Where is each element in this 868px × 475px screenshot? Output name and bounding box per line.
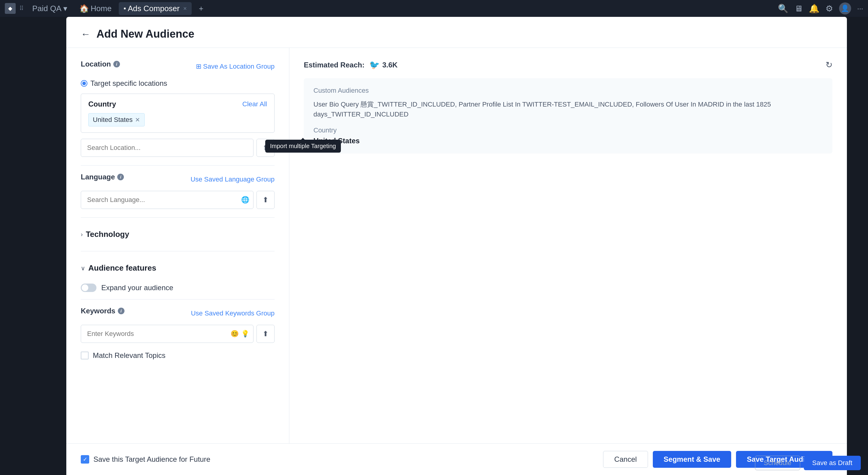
language-info-icon[interactable]: i <box>117 174 124 180</box>
keywords-label-wrapper: Keywords i <box>81 307 124 315</box>
topbar-nav-plus[interactable]: + <box>194 2 208 15</box>
avatar[interactable]: 👤 <box>839 2 851 14</box>
use-saved-keywords-link[interactable]: Use Saved Keywords Group <box>191 309 275 317</box>
dropdown-icon: ▾ <box>63 4 67 13</box>
cancel-button[interactable]: Cancel <box>603 451 648 468</box>
location-header: Location i ⊞ Save As Location Group <box>81 60 275 73</box>
topbar-right: 🔍 🖥 🔔 ⚙ 👤 ··· <box>778 2 863 14</box>
overflow-dots[interactable]: ··· <box>857 4 863 13</box>
save-future-checkbox[interactable]: ✓ <box>81 455 89 464</box>
home-icon: 🏠 <box>79 4 89 13</box>
tab-close-icon[interactable]: × <box>183 5 187 12</box>
estimated-reach-label: Estimated Reach: <box>304 61 364 69</box>
modal-header: ← Add New Audience <box>66 17 847 48</box>
modal-body: Location i ⊞ Save As Location Group Targ… <box>66 48 847 443</box>
language-header: Language i Use Saved Language Group <box>81 173 275 186</box>
expand-audience-row: Expand your audience <box>81 283 275 292</box>
country-summary-label: Country <box>313 127 823 134</box>
globe-icon: 🌐 <box>241 196 249 204</box>
use-saved-language-text: Use Saved Language Group <box>190 175 275 183</box>
settings-icon[interactable]: ⚙ <box>826 4 833 13</box>
technology-chevron: › <box>81 231 83 238</box>
save-future-label: Save this Target Audience for Future <box>93 455 210 464</box>
refresh-icon[interactable]: ↻ <box>826 60 832 70</box>
expand-audience-toggle[interactable] <box>81 283 96 292</box>
country-tag-remove[interactable]: ✕ <box>135 116 140 124</box>
clear-all-button[interactable]: Clear All <box>242 100 267 108</box>
location-section: Location i ⊞ Save As Location Group Targ… <box>81 60 275 157</box>
country-tag-us: United States ✕ <box>88 113 145 127</box>
save-location-group-link[interactable]: ⊞ Save As Location Group <box>196 63 275 70</box>
match-topics-checkbox[interactable] <box>81 351 89 360</box>
save-draft-button[interactable]: Save as Draft <box>804 456 861 470</box>
bell-icon[interactable]: 🔔 <box>809 4 819 13</box>
country-summary-value: United States <box>313 137 823 145</box>
toggle-knob <box>82 284 88 291</box>
home-label: Home <box>91 4 112 13</box>
keywords-header: Keywords i Use Saved Keywords Group <box>81 307 275 320</box>
target-specific-radio[interactable]: Target specific locations <box>81 79 275 88</box>
topbar-nav-paid-qa[interactable]: Paid QA ▾ <box>27 2 72 15</box>
use-saved-language-link[interactable]: Use Saved Language Group <box>190 175 275 183</box>
footer-left: ✓ Save this Target Audience for Future <box>81 455 210 464</box>
language-label-wrapper: Language i <box>81 173 124 181</box>
language-input-wrapper: 🌐 <box>81 191 253 209</box>
checkbox-check-icon: ✓ <box>83 456 87 463</box>
topbar-logo[interactable]: ◆ <box>5 3 16 14</box>
topbar-nav-home[interactable]: 🏠 Home <box>74 2 116 15</box>
upload-icon: ⬆ <box>262 196 269 204</box>
twitter-reach: 🐦 3.6K <box>369 60 398 70</box>
monitor-icon[interactable]: 🖥 <box>795 4 803 13</box>
technology-title: Technology <box>86 230 129 239</box>
location-search-row: ⬆ <box>81 139 275 157</box>
divider-4 <box>81 299 275 300</box>
language-label: Language <box>81 173 115 181</box>
plus-icon: + <box>199 4 204 13</box>
tooltip-text: Import multiple Targeting <box>270 143 336 149</box>
audience-features-title: Audience features <box>88 263 156 273</box>
paid-qa-label: Paid QA <box>32 4 61 13</box>
keywords-input-row: 😊 💡 ⬆ <box>81 325 275 343</box>
custom-audiences-text: User Bio Query 懸賞_TWITTER_ID_INCLUDED, P… <box>313 99 823 119</box>
topbar-nav-ads-composer[interactable]: ▪ Ads Composer × <box>119 2 191 15</box>
keywords-info-icon[interactable]: i <box>118 308 124 314</box>
save-link-text: Save As Location Group <box>203 63 275 70</box>
audience-summary: Custom Audiences User Bio Query 懸賞_TWITT… <box>304 78 832 154</box>
location-search-input[interactable] <box>81 139 253 157</box>
expand-audience-label: Expand your audience <box>101 283 173 292</box>
reach-value: 3.6K <box>382 61 398 69</box>
keywords-upload-button[interactable]: ⬆ <box>256 325 275 343</box>
keywords-input[interactable] <box>81 325 253 343</box>
keywords-input-wrapper: 😊 💡 <box>81 325 253 343</box>
modal-title: Add New Audience <box>96 28 194 40</box>
back-button[interactable]: ← <box>81 29 90 39</box>
country-box: Country Clear All United States ✕ <box>81 94 275 133</box>
save-link-icon: ⊞ <box>196 63 201 70</box>
country-box-title: Country <box>88 100 116 108</box>
topbar-drag-handle[interactable]: ⠿ <box>19 5 24 12</box>
radio-label: Target specific locations <box>90 79 167 88</box>
search-icon[interactable]: 🔍 <box>778 4 788 13</box>
custom-audiences-title: Custom Audiences <box>313 87 823 95</box>
technology-collapsible[interactable]: › Technology <box>81 225 275 244</box>
segment-save-button[interactable]: Segment & Save <box>653 451 731 468</box>
location-info-icon[interactable]: i <box>113 61 120 67</box>
topbar-nav: Paid QA ▾ 🏠 Home ▪ Ads Composer × + <box>27 2 208 15</box>
schedule-button[interactable]: Schedule <box>755 456 800 470</box>
audience-features-chevron: ∨ <box>81 265 85 272</box>
keywords-section: Keywords i Use Saved Keywords Group 😊 <box>81 307 275 360</box>
upload-icon: ⬆ <box>262 330 269 338</box>
language-search-row: 🌐 ⬆ <box>81 191 275 209</box>
keywords-label: Keywords <box>81 307 116 315</box>
divider-3 <box>81 251 275 251</box>
location-text: Location <box>81 60 111 68</box>
bottom-bar: Schedule Save as Draft <box>748 451 868 475</box>
country-tag-name: United States <box>93 116 133 124</box>
ads-label: Ads Composer <box>128 4 180 13</box>
match-topics-row: Match Relevant Topics <box>81 351 275 360</box>
language-section: Language i Use Saved Language Group 🌐 ⬆ <box>81 173 275 209</box>
radio-dot <box>81 80 87 87</box>
audience-features-collapsible[interactable]: ∨ Audience features <box>81 259 275 277</box>
language-search-input[interactable] <box>81 191 253 209</box>
language-upload-button[interactable]: ⬆ <box>256 191 275 209</box>
